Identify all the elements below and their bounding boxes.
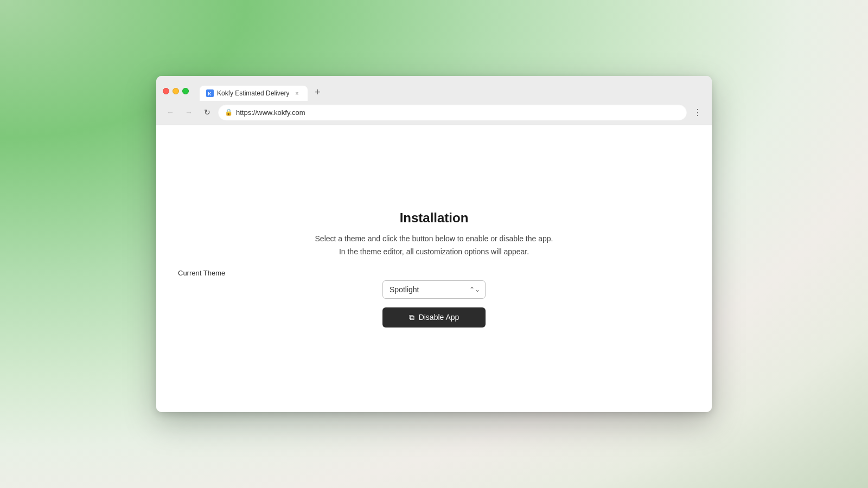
minimize-window-button[interactable] <box>173 88 179 94</box>
browser-chrome: K Kokfy Estimated Delivery × + ← → ↻ 🔒 h… <box>156 76 712 125</box>
theme-select[interactable]: Spotlight Dawn Debut Brooklyn Minimal <box>382 280 486 299</box>
disable-app-button[interactable]: ⧉ Disable App <box>382 307 486 328</box>
address-bar: ← → ↻ 🔒 https://www.kokfy.com ⋮ <box>156 101 712 125</box>
page-subtitle-2: In the theme editor, all customization o… <box>339 247 529 256</box>
url-text: https://www.kokfy.com <box>236 108 305 117</box>
close-window-button[interactable] <box>163 88 169 94</box>
svg-text:K: K <box>208 91 212 97</box>
reload-button[interactable]: ↻ <box>200 105 215 120</box>
lock-icon: 🔒 <box>225 108 233 116</box>
installation-section: Installation Select a theme and click th… <box>178 210 690 328</box>
browser-tab-active[interactable]: K Kokfy Estimated Delivery × <box>200 86 308 101</box>
theme-select-wrapper: Spotlight Dawn Debut Brooklyn Minimal ⌃⌄ <box>382 280 486 299</box>
page-subtitle-1: Select a theme and click the button belo… <box>315 234 553 243</box>
back-button[interactable]: ← <box>163 105 178 120</box>
browser-window: K Kokfy Estimated Delivery × + ← → ↻ 🔒 h… <box>156 76 712 412</box>
theme-label: Current Theme <box>178 269 281 277</box>
page-content: Installation Select a theme and click th… <box>156 125 712 412</box>
new-tab-button[interactable]: + <box>310 85 325 100</box>
tabs-bar: K Kokfy Estimated Delivery × + <box>193 85 705 101</box>
title-bar: K Kokfy Estimated Delivery × + <box>156 76 712 101</box>
maximize-window-button[interactable] <box>182 88 189 94</box>
external-link-icon: ⧉ <box>409 313 414 322</box>
forward-button[interactable]: → <box>181 105 196 120</box>
traffic-lights <box>163 88 189 94</box>
browser-menu-button[interactable]: ⋮ <box>690 105 705 120</box>
url-bar[interactable]: 🔒 https://www.kokfy.com <box>218 104 687 120</box>
tab-favicon: K <box>206 89 214 97</box>
tab-label: Kokfy Estimated Delivery <box>217 89 289 97</box>
page-title: Installation <box>400 210 469 226</box>
disable-app-label: Disable App <box>419 313 459 322</box>
tab-close-button[interactable]: × <box>292 89 301 98</box>
